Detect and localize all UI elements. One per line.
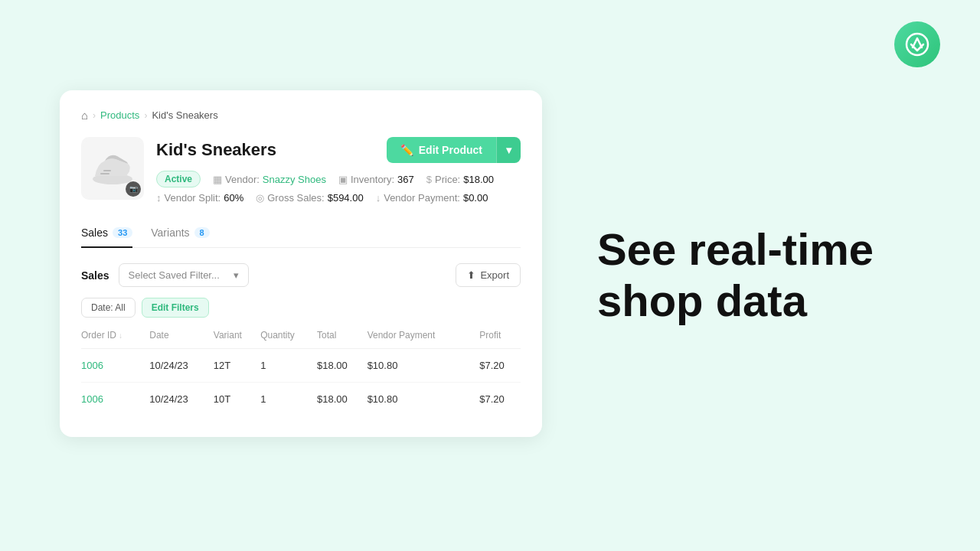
- export-label: Export: [480, 269, 509, 281]
- breadcrumb-current: Kid's Sneakers: [152, 109, 217, 121]
- cell-quantity: 1: [260, 349, 317, 383]
- edit-filters-chip[interactable]: Edit Filters: [142, 298, 209, 318]
- price-icon: $: [426, 174, 432, 185]
- app-logo: [894, 21, 940, 67]
- product-card: ⌂ › Products › Kid's Sneakers 📷 Kid's Sn…: [60, 90, 542, 437]
- table-row: 1006 10/24/23 10T 1 $18.00 $10.80 $7.20: [81, 383, 521, 416]
- tab-variants-badge: 8: [194, 227, 210, 238]
- date-chip[interactable]: Date: All: [81, 298, 136, 318]
- cell-order-id[interactable]: 1006: [81, 349, 149, 383]
- status-badge: Active: [156, 171, 201, 187]
- product-header: 📷 Kid's Sneakers ✏️ Edit Product ▾ Activ: [81, 137, 521, 204]
- gross-sales-icon: ◎: [256, 192, 264, 204]
- cell-quantity: 1: [260, 383, 317, 416]
- cell-date: 10/24/23: [149, 383, 214, 416]
- cell-date: 10/24/23: [149, 349, 214, 383]
- cell-profit: $7.20: [479, 349, 521, 383]
- tabs-bar: Sales 33 Variants 8: [81, 214, 521, 248]
- col-quantity: Quantity: [260, 330, 317, 349]
- col-variant: Variant: [214, 330, 260, 349]
- inventory-meta: ▣ Inventory: 367: [338, 174, 414, 185]
- vendor-split-value: 60%: [224, 192, 243, 204]
- vendor-meta: ▦ Vendor: Snazzy Shoes: [213, 174, 326, 185]
- vendor-label: Vendor:: [225, 174, 260, 185]
- product-meta-row2: ↕ Vendor Split: 60% ◎ Gross Sales: $594.…: [156, 192, 521, 204]
- edit-product-button[interactable]: ✏️ Edit Product: [387, 137, 496, 163]
- vendor-payment-meta: ↓ Vendor Payment: $0.00: [376, 192, 488, 204]
- breadcrumb-sep1: ›: [93, 110, 96, 121]
- tab-sales-label: Sales: [81, 227, 108, 239]
- sales-table: Order ID ↓ Date Variant Quantity Total V…: [81, 330, 521, 416]
- camera-icon[interactable]: 📷: [126, 181, 141, 197]
- col-total: Total: [317, 330, 368, 349]
- filter-chips: Date: All Edit Filters: [81, 298, 521, 318]
- price-label: Price:: [435, 174, 460, 185]
- inventory-icon: ▣: [338, 174, 348, 185]
- cell-vendor-payment: $10.80: [368, 383, 480, 416]
- split-icon: ↕: [156, 192, 162, 204]
- table-row: 1006 10/24/23 12T 1 $18.00 $10.80 $7.20: [81, 349, 521, 383]
- edit-caret-button[interactable]: ▾: [496, 137, 521, 163]
- saved-filter-select[interactable]: Select Saved Filter... ▾: [119, 263, 249, 287]
- vendor-payment-label: Vendor Payment:: [384, 192, 460, 204]
- col-order-id-label: Order ID: [81, 330, 116, 341]
- table-body: 1006 10/24/23 12T 1 $18.00 $10.80 $7.20 …: [81, 349, 521, 416]
- vendor-payment-value: $0.00: [463, 192, 488, 204]
- price-meta: $ Price: $18.00: [426, 174, 494, 185]
- svg-rect-4: [103, 170, 111, 171]
- sort-icon: ↓: [119, 331, 122, 340]
- breadcrumb: ⌂ › Products › Kid's Sneakers: [81, 109, 521, 122]
- col-order-id: Order ID ↓: [81, 330, 149, 349]
- breadcrumb-sep2: ›: [144, 110, 147, 121]
- gross-sales-meta: ◎ Gross Sales: $594.00: [256, 192, 363, 204]
- svg-rect-3: [100, 173, 109, 174]
- cell-total: $18.00: [317, 383, 368, 416]
- breadcrumb-products[interactable]: Products: [100, 109, 139, 121]
- product-image: 📷: [81, 137, 144, 200]
- product-meta-row1: Active ▦ Vendor: Snazzy Shoes ▣ Inventor…: [156, 171, 521, 187]
- gross-sales-value: $594.00: [328, 192, 364, 204]
- col-profit: Profit: [479, 330, 521, 349]
- cell-order-id[interactable]: 1006: [81, 383, 149, 416]
- vendor-payment-icon: ↓: [376, 192, 381, 204]
- cell-profit: $7.20: [479, 383, 521, 416]
- col-vendor-payment: Vendor Payment: [368, 330, 480, 349]
- edit-pencil-icon: ✏️: [400, 144, 413, 156]
- vendor-split-meta: ↕ Vendor Split: 60%: [156, 192, 243, 204]
- sales-section-label: Sales: [81, 269, 109, 282]
- export-button[interactable]: ⬆ Export: [456, 263, 521, 287]
- cell-total: $18.00: [317, 349, 368, 383]
- sales-header-left: Sales Select Saved Filter... ▾: [81, 263, 249, 287]
- col-date: Date: [149, 330, 214, 349]
- tagline: See real-time shop data: [597, 224, 919, 326]
- inventory-label: Inventory:: [351, 174, 394, 185]
- svg-point-0: [906, 34, 928, 55]
- logo-icon: [905, 32, 929, 57]
- chevron-down-icon: ▾: [506, 144, 511, 156]
- filter-select-text: Select Saved Filter...: [129, 269, 220, 281]
- tagline-line2: shop data: [597, 276, 807, 325]
- tagline-line1: See real-time: [597, 224, 874, 274]
- gross-sales-label: Gross Sales:: [267, 192, 324, 204]
- chevron-down-icon: ▾: [234, 269, 239, 281]
- sales-section-header: Sales Select Saved Filter... ▾ ⬆ Export: [81, 263, 521, 287]
- tab-sales-badge: 33: [113, 227, 132, 238]
- cell-variant: 10T: [214, 383, 260, 416]
- vendor-icon: ▦: [213, 174, 222, 185]
- edit-button-group: ✏️ Edit Product ▾: [387, 137, 521, 163]
- product-title: Kid's Sneakers: [156, 140, 276, 160]
- vendor-split-label: Vendor Split:: [165, 192, 221, 204]
- vendor-value: Snazzy Shoes: [263, 174, 326, 185]
- tab-variants-label: Variants: [151, 227, 189, 239]
- cell-vendor-payment: $10.80: [368, 349, 480, 383]
- home-icon[interactable]: ⌂: [81, 109, 88, 122]
- product-info: Kid's Sneakers ✏️ Edit Product ▾ Active …: [156, 137, 521, 204]
- export-icon: ⬆: [467, 269, 475, 281]
- edit-button-label: Edit Product: [419, 144, 482, 156]
- inventory-value: 367: [397, 174, 414, 185]
- product-title-row: Kid's Sneakers ✏️ Edit Product ▾: [156, 137, 521, 163]
- cell-variant: 12T: [214, 349, 260, 383]
- price-value: $18.00: [463, 174, 494, 185]
- tab-sales[interactable]: Sales 33: [81, 227, 132, 248]
- tab-variants[interactable]: Variants 8: [151, 227, 209, 248]
